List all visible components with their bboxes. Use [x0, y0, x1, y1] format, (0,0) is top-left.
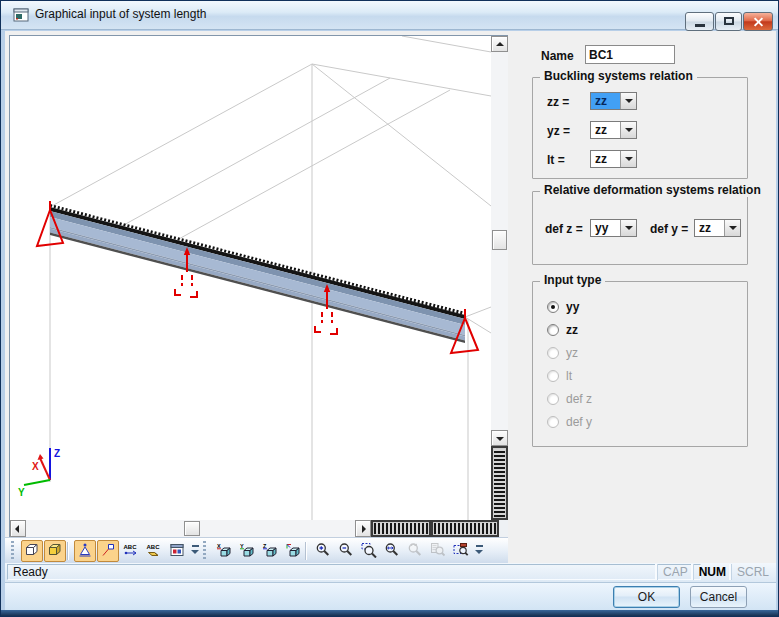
yz-label: yz =	[547, 124, 570, 138]
chevron-down-icon	[625, 99, 633, 103]
svg-text:X: X	[217, 542, 221, 548]
radio-zz[interactable]	[547, 324, 559, 336]
view-axo-button[interactable]	[282, 540, 304, 562]
def-y-label: def y =	[650, 222, 688, 236]
zoom-window-button[interactable]	[358, 540, 380, 562]
radio-def-y	[547, 416, 559, 428]
abc-eraser-icon: ABC	[146, 542, 162, 561]
toolbar-overflow-button[interactable]	[189, 542, 201, 560]
scroll-down-button[interactable]	[491, 430, 508, 446]
wireframe-view-button[interactable]	[21, 540, 43, 562]
window-title: Graphical input of system length	[35, 7, 206, 21]
radio-yy-label: yy	[566, 300, 579, 314]
yz-combobox[interactable]: zz	[590, 121, 637, 139]
deformation-groupbox: Relative deformation systems relation de…	[532, 191, 748, 265]
maximize-button[interactable]	[715, 12, 742, 31]
horizontal-scrollbar[interactable]	[10, 520, 371, 537]
docked-pane-vertical	[491, 446, 508, 520]
zoom-in-button[interactable]	[312, 540, 334, 562]
picture-to-window-button[interactable]	[450, 540, 472, 562]
zz-combobox-dropdown-button[interactable]	[620, 93, 636, 109]
title-bar: Graphical input of system length	[1, 1, 778, 30]
text-with-leader-button[interactable]: ABC	[120, 540, 142, 562]
buckling-groupbox: Buckling systems relation zz = zz yz = z…	[532, 77, 748, 179]
def-z-combobox-dropdown-button[interactable]	[620, 220, 636, 236]
cancel-button[interactable]: Cancel	[690, 586, 747, 608]
radio-yy[interactable]	[547, 301, 559, 313]
zoom-all-icon	[384, 542, 400, 561]
def-z-label: def z =	[545, 222, 583, 236]
def-z-combobox[interactable]: yy	[590, 219, 637, 237]
def-y-combobox[interactable]: zz	[694, 219, 741, 237]
view-cube-x-icon: X	[216, 542, 232, 561]
arrow-up-icon	[496, 42, 504, 46]
vertical-scrollbar[interactable]	[491, 36, 508, 446]
app-icon	[13, 7, 29, 23]
cube-wire-icon	[24, 542, 40, 561]
yz-combobox-value: zz	[591, 122, 620, 138]
render-window-button[interactable]	[166, 540, 188, 562]
axis-x-label: X	[32, 461, 39, 472]
lt-combobox-dropdown-button[interactable]	[620, 151, 636, 167]
vertical-scroll-thumb[interactable]	[492, 230, 507, 250]
def-y-combobox-value: zz	[695, 220, 724, 236]
svg-text:Z: Z	[263, 542, 267, 548]
rendered-view-button[interactable]	[44, 540, 66, 562]
scene-svg: Z X Y	[10, 36, 491, 520]
keyboard-indicators: CAP NUM SCRL	[657, 564, 774, 580]
scroll-left-button[interactable]	[10, 520, 26, 537]
chevron-down-icon	[729, 226, 737, 230]
radio-def-y-label: def y	[566, 415, 592, 429]
view-cube-axo-icon	[285, 542, 301, 561]
show-supports-button[interactable]	[74, 540, 96, 562]
toolbar-separator	[305, 542, 307, 560]
svg-text:ABC: ABC	[147, 543, 161, 549]
radio-lt-label: lt	[566, 369, 572, 383]
properties-panel: Name Buckling systems relation zz = zz y…	[508, 31, 776, 563]
zoom-in-icon	[315, 542, 331, 561]
label-flag-icon	[100, 542, 116, 561]
svg-text:Y: Y	[240, 542, 244, 548]
support-triangle-icon	[77, 542, 93, 561]
toolbar-separator	[67, 542, 69, 560]
view-x-button[interactable]: X	[213, 540, 235, 562]
toolbar-grip[interactable]	[203, 541, 206, 561]
def-y-combobox-dropdown-button[interactable]	[724, 220, 740, 236]
lt-combobox[interactable]: zz	[590, 150, 637, 168]
view-y-button[interactable]: Y	[236, 540, 258, 562]
zz-label: zz =	[547, 95, 569, 109]
input-type-group-title: Input type	[540, 273, 605, 287]
zoom-selection-icon	[430, 542, 446, 561]
ok-button[interactable]: OK	[613, 586, 680, 608]
docked-pane-horizontal-2	[431, 520, 499, 537]
scrollbar-corner	[499, 520, 508, 537]
zoom-previous-button	[404, 540, 426, 562]
num-indicator: NUM	[693, 564, 731, 580]
deformation-group-title: Relative deformation systems relation	[540, 183, 765, 197]
zz-combobox-value: zz	[591, 93, 620, 109]
scroll-right-button[interactable]	[355, 520, 371, 537]
horizontal-scroll-thumb[interactable]	[184, 521, 200, 536]
input-type-groupbox: Input type yy zz yz lt	[532, 281, 748, 447]
show-labels-button[interactable]	[97, 540, 119, 562]
axes-triad: Z X Y	[18, 448, 60, 498]
scroll-up-button[interactable]	[491, 36, 508, 52]
name-input[interactable]	[585, 45, 675, 64]
close-button[interactable]	[743, 12, 773, 31]
zoom-out-button[interactable]	[335, 540, 357, 562]
erase-text-button[interactable]: ABC	[143, 540, 165, 562]
zoom-window-icon	[361, 542, 377, 561]
graphics-viewport[interactable]: Z X Y	[9, 35, 509, 538]
beam-member[interactable]	[50, 206, 465, 344]
drawing-canvas[interactable]: Z X Y	[10, 36, 491, 520]
minimize-button[interactable]	[685, 12, 714, 31]
radio-def-z-label: def z	[566, 392, 592, 406]
zz-combobox[interactable]: zz	[590, 92, 637, 110]
caps-indicator: CAP	[657, 564, 693, 580]
radio-yz	[547, 347, 559, 359]
toolbar-grip[interactable]	[11, 541, 14, 561]
toolbar-overflow-button[interactable]	[473, 542, 485, 560]
view-z-button[interactable]: Z	[259, 540, 281, 562]
yz-combobox-dropdown-button[interactable]	[620, 122, 636, 138]
zoom-all-button[interactable]	[381, 540, 403, 562]
